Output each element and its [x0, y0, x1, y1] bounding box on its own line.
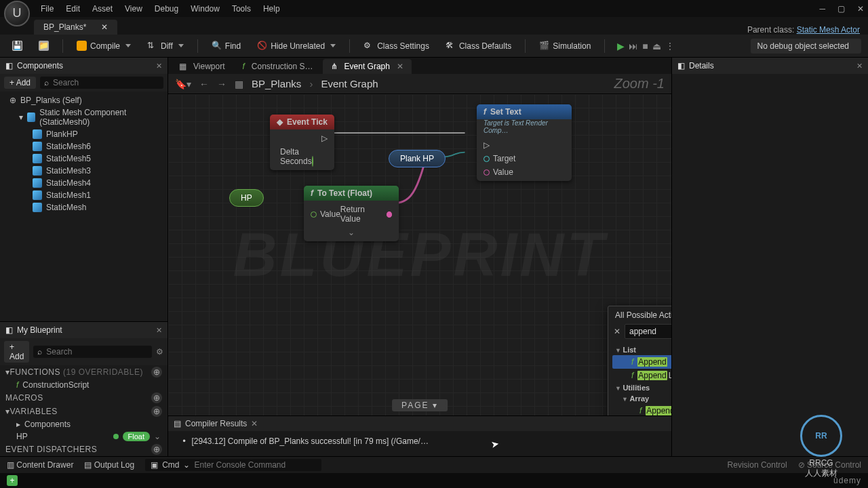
variables-section[interactable]: ▾ VARIABLES⊕: [0, 405, 167, 418]
cat-array[interactable]: Array: [612, 393, 671, 404]
variable-type-pill[interactable]: Float: [123, 432, 150, 441]
node-event-tick[interactable]: ◆Event Tick ▷ Delta Seconds: [270, 115, 334, 170]
add-tab-icon[interactable]: +: [7, 475, 18, 486]
tree-item[interactable]: PlankHP: [3, 128, 165, 140]
details-close-icon[interactable]: ✕: [856, 62, 863, 70]
menu-debug[interactable]: Debug: [155, 4, 178, 14]
add-macro-icon[interactable]: ⊕: [151, 392, 162, 403]
menu-edit[interactable]: Edit: [66, 4, 80, 14]
class-defaults-button[interactable]: 🛠Class Defaults: [440, 38, 517, 54]
tree-root[interactable]: ⊕BP_Planks (Self): [3, 94, 165, 106]
node-plank-hp[interactable]: Plank HP: [389, 150, 446, 167]
breadcrumb-root[interactable]: BP_Planks: [252, 78, 301, 89]
content-drawer-button[interactable]: ▥ Content Drawer: [7, 460, 73, 470]
my-blueprint-header: ◧ My Blueprint ✕: [0, 322, 167, 338]
node-set-text[interactable]: fSet Text Target is Text Render Comp… ▷ …: [477, 104, 572, 181]
tree-item[interactable]: StaticMesh6: [3, 140, 165, 152]
menu-tools[interactable]: Tools: [232, 4, 251, 14]
page-indicator[interactable]: PAGE ▾: [392, 399, 448, 411]
source-control[interactable]: ⊘ Source Control: [798, 460, 861, 470]
hide-unrelated-button[interactable]: 🚫Hide Unrelated: [252, 38, 341, 54]
blueprint-search-input[interactable]: [46, 347, 148, 357]
node-to-text-float[interactable]: fTo Text (Float) Value Return Value ⌄: [304, 186, 399, 241]
tab-construction[interactable]: fConstruction S…: [234, 59, 321, 74]
document-tab[interactable]: BP_Planks* ✕: [34, 20, 117, 35]
console-input[interactable]: [194, 460, 316, 470]
variable-hp[interactable]: HP Float ⌄: [0, 430, 167, 443]
event-graph-canvas[interactable]: BLUEPRINT ◆Event Tick ▷ Delta Seconds fS…: [168, 94, 671, 415]
console-command[interactable]: ▣ Cmd ⌄: [145, 459, 321, 471]
class-settings-button[interactable]: ⚙Class Settings: [358, 38, 435, 54]
context-search-input[interactable]: [625, 324, 671, 339]
parent-class-link[interactable]: Static Mesh Actor: [797, 25, 860, 35]
macros-section[interactable]: MACROS⊕: [0, 391, 167, 405]
action-append-array[interactable]: fAppend Array: [612, 404, 671, 415]
compiler-tab-label[interactable]: Compiler Results: [185, 419, 247, 428]
save-icon[interactable]: 💾: [7, 38, 28, 54]
nav-forward-icon[interactable]: →: [217, 79, 226, 89]
mesh-icon: [33, 154, 42, 163]
nav-back-icon[interactable]: ←: [199, 79, 209, 89]
action-context-menu: All Possible Actions Context Sensitive ▸…: [608, 306, 671, 415]
expand-icon[interactable]: ⌄: [311, 228, 392, 237]
functions-section[interactable]: ▾ FUNCTIONS (19 OVERRIDABLE) ⊕: [0, 365, 167, 379]
cat-list[interactable]: List: [612, 344, 671, 355]
tab-event-graph[interactable]: ⋔Event Graph✕: [323, 59, 412, 74]
add-function-icon[interactable]: ⊕: [151, 367, 162, 378]
tab-viewport[interactable]: ▦Viewport: [171, 59, 233, 74]
menu-asset[interactable]: Asset: [92, 4, 113, 14]
minimize-icon[interactable]: ─: [819, 4, 825, 14]
clear-search-icon[interactable]: ✕: [614, 327, 620, 336]
node-hp-variable[interactable]: HP: [229, 189, 264, 207]
action-append-list[interactable]: fAppend List: [612, 369, 671, 382]
bookmark-icon[interactable]: 🔖▾: [175, 79, 191, 89]
play-options-icon[interactable]: ⋮: [665, 41, 675, 52]
step-icon[interactable]: ⏭: [629, 41, 638, 52]
add-dispatcher-icon[interactable]: ⊕: [151, 444, 162, 455]
add-blueprint-item-button[interactable]: + Add: [4, 341, 29, 363]
tab-close-icon[interactable]: ✕: [397, 62, 403, 71]
breadcrumb-leaf[interactable]: Event Graph: [321, 78, 378, 89]
tree-static-mesh-component[interactable]: ▾ Static Mesh Component (StaticMesh0): [3, 106, 165, 128]
components-subsection[interactable]: ▸ Components: [0, 418, 167, 430]
menu-file[interactable]: File: [41, 4, 54, 14]
play-icon[interactable]: ▶: [617, 41, 625, 52]
revision-control[interactable]: Revision Control: [728, 460, 787, 470]
cat-utilities[interactable]: Utilities: [612, 382, 671, 393]
maximize-icon[interactable]: ▢: [837, 4, 845, 14]
browse-icon[interactable]: 📁: [33, 38, 54, 54]
debug-object-selector[interactable]: No debug object selected: [751, 39, 861, 54]
event-dispatchers-section[interactable]: EVENT DISPATCHERS⊕: [0, 443, 167, 456]
construction-script-item[interactable]: f ConstructionScript: [0, 379, 167, 391]
compile-button[interactable]: Compile: [71, 38, 136, 54]
find-button[interactable]: 🔍Find: [206, 38, 246, 54]
components-search-input[interactable]: [53, 78, 159, 87]
gear-icon[interactable]: ⚙: [156, 347, 163, 357]
menu-window[interactable]: Window: [191, 4, 220, 14]
document-tab-close-icon[interactable]: ✕: [101, 22, 108, 32]
menu-view[interactable]: View: [125, 4, 142, 14]
my-blueprint-close-icon[interactable]: ✕: [156, 326, 162, 335]
chevron-down-icon[interactable]: ⌄: [154, 432, 161, 441]
details-icon: ◧: [677, 61, 685, 70]
close-icon[interactable]: ✕: [857, 4, 864, 14]
add-variable-icon[interactable]: ⊕: [151, 406, 162, 417]
tree-item[interactable]: StaticMesh3: [3, 165, 165, 177]
add-component-button[interactable]: + Add: [4, 77, 36, 89]
tree-item[interactable]: StaticMesh1: [3, 189, 165, 201]
compiler-close-icon[interactable]: ✕: [251, 419, 258, 428]
tree-item[interactable]: StaticMesh4: [3, 177, 165, 189]
output-log-button[interactable]: ▤ Output Log: [84, 460, 134, 470]
blueprint-search[interactable]: ⌕: [33, 346, 152, 358]
tree-item[interactable]: StaticMesh: [3, 201, 165, 214]
graph-grid-icon[interactable]: ▦: [235, 79, 243, 89]
diff-button[interactable]: ⇅Diff: [142, 38, 189, 54]
components-close-icon[interactable]: ✕: [156, 62, 162, 70]
simulation-button[interactable]: 🎬Simulation: [534, 38, 596, 54]
components-search[interactable]: ⌕: [40, 77, 163, 89]
action-append[interactable]: fAppend: [612, 355, 671, 369]
stop-icon[interactable]: ■: [642, 41, 648, 52]
menu-help[interactable]: Help: [263, 4, 280, 14]
tree-item[interactable]: StaticMesh5: [3, 152, 165, 165]
eject-icon[interactable]: ⏏: [652, 41, 661, 52]
